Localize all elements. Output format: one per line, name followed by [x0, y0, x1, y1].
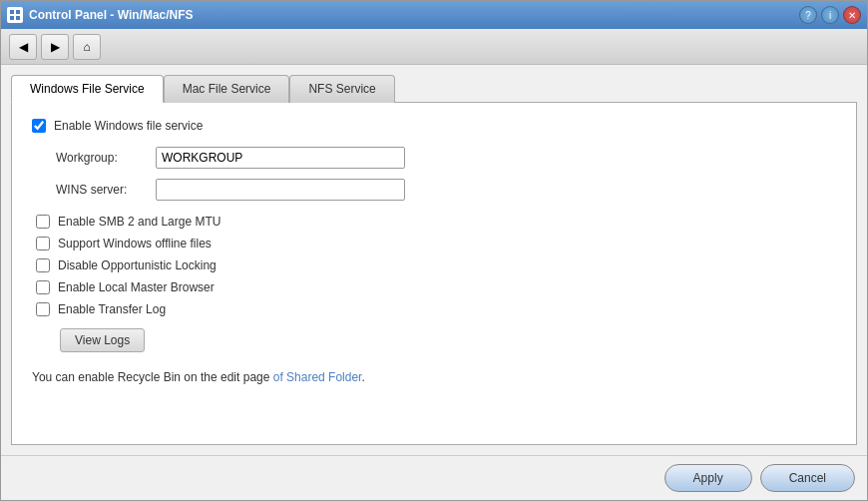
home-button[interactable]: ⌂	[73, 34, 101, 60]
wins-row: WINS server:	[56, 179, 836, 201]
home-icon: ⌂	[83, 40, 90, 54]
apply-button[interactable]: Apply	[664, 464, 752, 492]
enable-transfer-log-label[interactable]: Enable Transfer Log	[58, 302, 166, 316]
back-button[interactable]: ◀	[9, 34, 37, 60]
help-button[interactable]: ?	[799, 6, 817, 24]
footer: Apply Cancel	[1, 455, 867, 500]
support-offline-label[interactable]: Support Windows offline files	[58, 237, 212, 250]
back-icon: ◀	[19, 40, 28, 54]
disable-oplocking-label[interactable]: Disable Opportunistic Locking	[58, 258, 217, 272]
close-button[interactable]: ✕	[843, 6, 861, 24]
toolbar: ◀ ▶ ⌂	[1, 29, 867, 65]
tab-windows-file-service[interactable]: Windows File Service	[11, 75, 164, 103]
svg-rect-2	[10, 16, 14, 20]
forward-icon: ▶	[51, 40, 60, 54]
workgroup-input[interactable]	[156, 147, 405, 169]
enable-windows-row: Enable Windows file service	[32, 119, 836, 133]
enable-transfer-log-checkbox[interactable]	[36, 302, 50, 316]
info-text-after: .	[361, 370, 364, 384]
wins-input[interactable]	[156, 179, 405, 201]
cancel-button[interactable]: Cancel	[760, 464, 855, 492]
info-button[interactable]: i	[821, 6, 839, 24]
enable-master-browser-checkbox[interactable]	[36, 280, 50, 294]
view-logs-button[interactable]: View Logs	[60, 328, 145, 352]
tab-mac-file-service[interactable]: Mac File Service	[164, 75, 290, 103]
workgroup-section: Workgroup: WINS server:	[56, 147, 836, 201]
shared-folder-link[interactable]: of Shared Folder	[273, 370, 362, 384]
offline-files-row: Support Windows offline files	[36, 237, 836, 250]
enable-master-browser-label[interactable]: Enable Local Master Browser	[58, 280, 215, 294]
transfer-log-row: Enable Transfer Log	[36, 302, 836, 316]
workgroup-label: Workgroup:	[56, 151, 156, 165]
info-text: You can enable Recycle Bin on the edit p…	[32, 370, 836, 384]
workgroup-row: Workgroup:	[56, 147, 836, 169]
enable-windows-checkbox[interactable]	[32, 119, 46, 133]
support-offline-checkbox[interactable]	[36, 237, 50, 250]
enable-windows-label[interactable]: Enable Windows file service	[54, 119, 203, 133]
svg-rect-3	[16, 16, 20, 20]
svg-rect-1	[16, 10, 20, 14]
info-text-before: You can enable Recycle Bin on the edit p…	[32, 370, 273, 384]
panel-windows-file-service: Enable Windows file service Workgroup: W…	[11, 102, 857, 445]
svg-rect-0	[10, 10, 14, 14]
master-browser-row: Enable Local Master Browser	[36, 280, 836, 294]
titlebar-buttons: ? i ✕	[799, 6, 861, 24]
view-logs-container: View Logs	[36, 324, 836, 352]
tab-nfs-service[interactable]: NFS Service	[289, 75, 394, 103]
main-window: Control Panel - Win/Mac/NFS ? i ✕ ◀ ▶ ⌂ …	[0, 0, 868, 501]
disable-oplocking-checkbox[interactable]	[36, 258, 50, 272]
smb2-row: Enable SMB 2 and Large MTU	[36, 215, 836, 229]
forward-button[interactable]: ▶	[41, 34, 69, 60]
titlebar: Control Panel - Win/Mac/NFS ? i ✕	[1, 1, 867, 29]
wins-label: WINS server:	[56, 183, 156, 197]
tab-bar: Windows File Service Mac File Service NF…	[11, 75, 857, 103]
app-icon	[7, 7, 23, 23]
content-area: Windows File Service Mac File Service NF…	[1, 65, 867, 455]
window-title: Control Panel - Win/Mac/NFS	[29, 8, 793, 22]
oplocking-row: Disable Opportunistic Locking	[36, 258, 836, 272]
enable-smb2-checkbox[interactable]	[36, 215, 50, 229]
enable-smb2-label[interactable]: Enable SMB 2 and Large MTU	[58, 215, 220, 229]
